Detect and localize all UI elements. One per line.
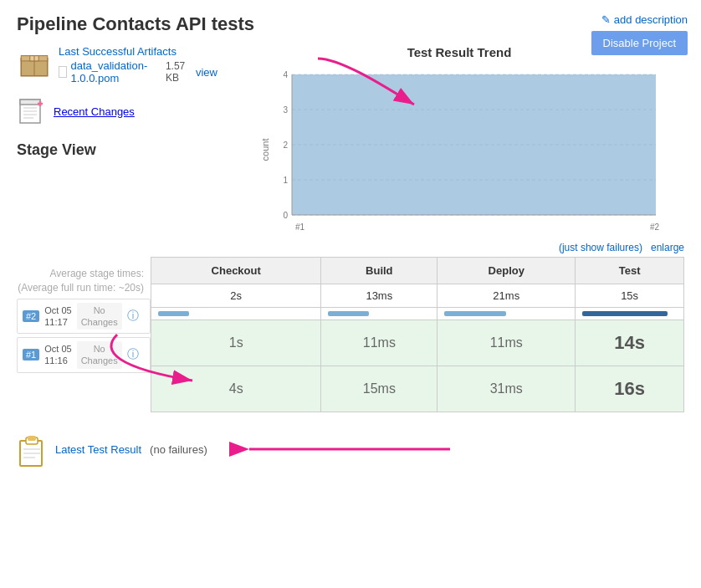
page-title: Pipeline Contacts API tests <box>17 13 684 35</box>
bottom-section: Latest Test Result (no failures) <box>17 432 684 466</box>
box-icon <box>17 45 52 80</box>
artifact-file-size: 1.57 KB <box>166 60 191 84</box>
file-icon <box>59 66 67 78</box>
artifact-links: Last Successful Artifacts data_validatio… <box>59 45 217 84</box>
build-2-row: 1s 11ms 11ms 14s <box>151 320 684 366</box>
avg-build: 13ms <box>321 284 437 308</box>
stage-area: (just show failures) enlarge Average sta… <box>17 242 684 412</box>
svg-text:2: 2 <box>283 141 288 150</box>
latest-test-result-link[interactable]: Latest Test Result <box>55 443 141 456</box>
progress-build <box>321 308 437 320</box>
builds-column: Average stage times: (Average full run t… <box>17 257 151 412</box>
stages-header-row: Checkout Build Deploy Test <box>151 258 684 284</box>
build-item-1: #1 Oct 0511:16 NoChanges ⓘ <box>17 337 151 373</box>
artifact-file-link[interactable]: data_validation-1.0.0.pom <box>70 59 158 84</box>
col-build: Build <box>321 258 437 284</box>
col-test: Test <box>576 258 684 284</box>
build-date-1: Oct 0511:16 <box>44 343 71 367</box>
build-num-1[interactable]: #1 <box>23 349 39 360</box>
progress-checkout <box>151 308 321 320</box>
b2-checkout: 1s <box>151 320 321 366</box>
col-checkout: Checkout <box>151 258 321 284</box>
left-panel: Last Successful Artifacts data_validatio… <box>17 45 217 233</box>
svg-text:4: 4 <box>283 70 288 79</box>
avg-test: 15s <box>576 284 684 308</box>
chart-svg: count 4 3 2 1 0 #1 # <box>234 66 684 233</box>
progress-test <box>576 308 684 320</box>
avg-label: Average stage times: (Average full run t… <box>17 257 151 299</box>
artifact-file-row: data_validation-1.0.0.pom 1.57 KB view <box>59 59 217 84</box>
arrow-latest <box>224 432 458 466</box>
chart-container: count 4 3 2 1 0 #1 # <box>234 66 684 233</box>
progress-deploy <box>437 308 576 320</box>
enlarge-link[interactable]: enlarge <box>651 242 684 253</box>
b2-build: 11ms <box>321 320 437 366</box>
stage-view-title: Stage View <box>17 141 217 159</box>
build-1-row: 4s 15ms 31ms 16s <box>151 366 684 412</box>
notepad-icon <box>17 96 47 126</box>
b2-deploy: 11ms <box>437 320 576 366</box>
b1-test: 16s <box>576 366 684 412</box>
just-show-failures-link[interactable]: (just show failures) <box>559 242 642 253</box>
disable-project-button[interactable]: Disable Project <box>591 31 688 55</box>
add-description-link[interactable]: ✎ add description <box>601 13 688 26</box>
svg-text:#1: #1 <box>295 222 305 232</box>
stage-links: (just show failures) enlarge <box>17 242 684 253</box>
recent-changes-link[interactable]: Recent Changes <box>54 105 135 118</box>
top-right-actions: ✎ add description Disable Project <box>591 13 688 55</box>
artifact-section: Last Successful Artifacts data_validatio… <box>17 45 217 84</box>
no-changes-1: NoChanges <box>77 341 122 369</box>
chart-panel: Test Result Trend count 4 3 2 1 0 <box>234 45 684 233</box>
last-successful-artifacts-link[interactable]: Last Successful Artifacts <box>59 45 217 58</box>
avg-deploy: 21ms <box>437 284 576 308</box>
svg-text:3: 3 <box>283 105 288 115</box>
info-icon-1[interactable]: ⓘ <box>127 347 139 362</box>
svg-rect-32 <box>28 436 36 441</box>
b1-build: 15ms <box>321 366 437 412</box>
build-item-2: #2 Oct 0511:17 NoChanges ⓘ <box>17 299 151 335</box>
artifact-view-link[interactable]: view <box>196 66 217 79</box>
info-icon-2[interactable]: ⓘ <box>127 309 139 324</box>
build-num-2[interactable]: #2 <box>23 310 39 322</box>
edit-icon: ✎ <box>601 13 611 26</box>
no-failures-text: (no failures) <box>150 443 207 456</box>
avg-times-row: 2s 13ms 21ms 15s <box>151 284 684 308</box>
build-date-2: Oct 0511:17 <box>44 304 71 329</box>
clipboard-icon <box>17 434 47 464</box>
svg-text:0: 0 <box>283 211 288 220</box>
svg-text:1: 1 <box>283 176 288 185</box>
progress-row <box>151 308 684 320</box>
stage-wrapper: Average stage times: (Average full run t… <box>17 257 684 412</box>
svg-rect-5 <box>20 100 40 105</box>
main-content: Last Successful Artifacts data_validatio… <box>17 45 684 233</box>
svg-text:#2: #2 <box>650 222 660 232</box>
stages-table-wrap: Checkout Build Deploy Test 2s 13ms 21ms … <box>151 257 684 412</box>
b1-deploy: 31ms <box>437 366 576 412</box>
b1-checkout: 4s <box>151 366 321 412</box>
no-changes-2: NoChanges <box>77 303 122 330</box>
stages-table: Checkout Build Deploy Test 2s 13ms 21ms … <box>151 257 684 412</box>
recent-changes-section: Recent Changes <box>17 96 217 126</box>
b2-test: 14s <box>576 320 684 366</box>
avg-checkout: 2s <box>151 284 321 308</box>
svg-text:count: count <box>260 139 270 161</box>
col-deploy: Deploy <box>437 258 576 284</box>
svg-rect-23 <box>292 74 656 215</box>
